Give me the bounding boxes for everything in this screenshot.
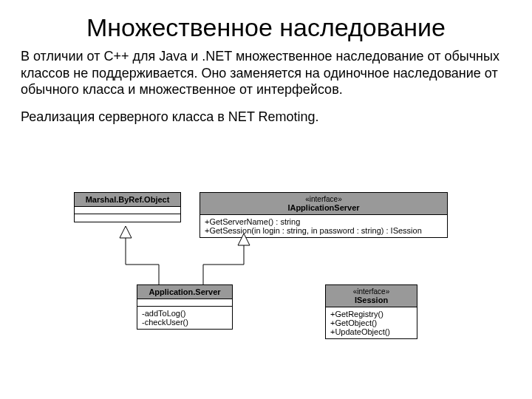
generalization-arrow bbox=[120, 226, 159, 284]
operation-row: -checkUser() bbox=[142, 318, 228, 327]
operation-row: +GetObject() bbox=[330, 318, 412, 327]
interface-name: IApplicationServer bbox=[287, 203, 359, 212]
operation-row: -addToLog() bbox=[142, 309, 228, 318]
operation-row: +GetServerName() : string bbox=[205, 217, 443, 226]
stereotype-label: «interface» bbox=[330, 287, 412, 296]
class-attributes-empty bbox=[75, 207, 180, 214]
class-operations: -addToLog() -checkUser() bbox=[137, 307, 232, 329]
uml-diagram: Marshal.ByRef.Object «interface» IApplic… bbox=[0, 185, 532, 399]
realization-arrow bbox=[203, 233, 250, 284]
class-name: Marshal.ByRef.Object bbox=[75, 193, 180, 207]
interface-header: «interface» ISession bbox=[326, 285, 417, 307]
interface-iapplication-server: «interface» IApplicationServer +GetServe… bbox=[200, 192, 448, 238]
class-marshal-by-ref-object: Marshal.ByRef.Object bbox=[74, 192, 181, 222]
class-operations-empty bbox=[75, 214, 180, 222]
operation-row: +GetRegistry() bbox=[330, 310, 412, 318]
interface-operations: +GetRegistry() +GetObject() +UpdateObjec… bbox=[326, 307, 417, 338]
operation-row: +GetSession(in login : string, in passwo… bbox=[205, 226, 443, 235]
interface-isession: «interface» ISession +GetRegistry() +Get… bbox=[325, 284, 417, 339]
interface-name: ISession bbox=[355, 296, 388, 304]
slide-title: Множественное наследование bbox=[21, 13, 511, 42]
interface-header: «interface» IApplicationServer bbox=[200, 193, 447, 215]
interface-operations: +GetServerName() : string +GetSession(in… bbox=[200, 215, 447, 237]
class-name: Application.Server bbox=[137, 285, 232, 299]
body-paragraph-2: Реализация серверного класса в NET Remot… bbox=[21, 109, 511, 126]
stereotype-label: «interface» bbox=[205, 195, 443, 203]
triangle-arrowhead-icon bbox=[120, 226, 132, 238]
body-paragraph-1: В отличии от C++ для Java и .NET множест… bbox=[21, 48, 511, 98]
class-attributes-empty bbox=[137, 299, 232, 307]
operation-row: +UpdateObject() bbox=[330, 327, 412, 336]
class-application-server: Application.Server -addToLog() -checkUse… bbox=[137, 284, 233, 330]
